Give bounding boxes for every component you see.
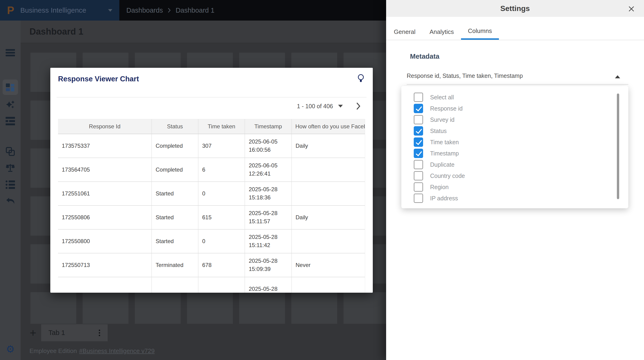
table-cell: Completed (152, 158, 198, 182)
checkbox-checked-icon[interactable] (414, 126, 423, 136)
checkbox-checked-icon[interactable] (414, 138, 423, 147)
table-cell: Started (152, 182, 198, 205)
checkbox-unchecked-icon[interactable] (414, 193, 423, 203)
column-option-survey-id[interactable]: Survey id (401, 114, 628, 125)
skeleton-tile (82, 292, 128, 324)
tab-columns[interactable]: Columns (461, 23, 499, 40)
breadcrumb-dashboard-1[interactable]: Dashboard 1 (176, 6, 214, 14)
table-row: 2025-05-28 (58, 277, 365, 293)
bulleted-list-icon[interactable] (6, 180, 15, 189)
tab-tab1[interactable]: Tab 1 (41, 324, 108, 341)
column-option-country-code[interactable]: Country code (401, 170, 628, 181)
skeleton-tile (187, 292, 233, 324)
report-rows-icon[interactable] (6, 117, 15, 125)
columns-dropdown-popup: Select allResponse idSurvey idStatusTime… (401, 86, 628, 208)
menu-icon[interactable] (6, 49, 15, 57)
checkbox-unchecked-icon[interactable] (414, 171, 423, 180)
table-cell: 2025-05-28 (245, 277, 292, 293)
gear-icon[interactable]: ⚙ (6, 344, 15, 354)
table-row: 172551061Started02025-05-28 15:18:36 (58, 182, 365, 205)
close-icon[interactable] (628, 5, 635, 13)
table-cell: 678 (198, 253, 245, 277)
top-bar: P Business Intelligence Dashboards Dashb… (0, 0, 386, 20)
scales-icon[interactable] (6, 163, 15, 173)
frames-icon[interactable] (6, 147, 15, 156)
table-cell: 2025-06-05 16:00:56 (245, 134, 292, 158)
table-row: 173575337Completed3072025-06-05 16:00:56… (58, 134, 365, 158)
column-option-label: Duplicate (430, 161, 454, 168)
table-cell: 6 (198, 158, 245, 182)
column-option-label: Region (430, 184, 448, 190)
column-option-response-id[interactable]: Response id (401, 103, 628, 114)
table-cell (198, 277, 245, 293)
checkbox-checked-icon[interactable] (414, 149, 423, 158)
add-tab-button[interactable]: + (25, 324, 41, 341)
breadcrumb-chevron-icon (168, 7, 171, 13)
app-root: P Business Intelligence Dashboards Dashb… (0, 0, 644, 360)
modal-title: Response Viewer Chart (58, 75, 139, 83)
column-option-label: Select all (430, 94, 454, 101)
page-title: Dashboard 1 (30, 27, 83, 37)
column-option-duplicate[interactable]: Duplicate (401, 159, 628, 170)
brand-logo-icon: P (7, 5, 14, 16)
table-cell (292, 229, 365, 253)
table-cell: 172550806 (58, 205, 152, 229)
lightbulb-icon[interactable] (357, 74, 364, 83)
tab-label: Tab 1 (48, 329, 65, 337)
next-page-button[interactable] (356, 102, 360, 110)
column-option-select-all[interactable]: Select all (401, 92, 628, 103)
column-option-timestamp[interactable]: Timestamp (401, 148, 628, 159)
table-cell (292, 158, 365, 182)
pagination-caret-icon[interactable] (338, 105, 343, 108)
table-row: 173564705Completed62025-06-05 12:26:41 (58, 158, 365, 182)
product-switcher[interactable]: P Business Intelligence (0, 0, 119, 20)
checkbox-unchecked-icon[interactable] (414, 93, 423, 102)
table-cell: 307 (198, 134, 245, 158)
dashboard-header: Dashboard 1 (20, 20, 386, 43)
checkbox-checked-icon[interactable] (414, 104, 423, 113)
chevron-right-icon (356, 102, 360, 110)
table-row: 172550806Started6152025-05-28 15:11:57Da… (58, 205, 365, 229)
checkbox-unchecked-icon[interactable] (414, 115, 423, 124)
settings-panel: Settings General Analytics Columns Metad… (386, 0, 644, 360)
skeleton-tile (291, 292, 337, 324)
collapse-caret-icon[interactable] (615, 75, 620, 78)
edition-label: Employee Edition (30, 347, 77, 355)
tab-general[interactable]: General (387, 23, 422, 40)
checkbox-unchecked-icon[interactable] (414, 160, 423, 169)
table-cell: 2025-06-05 12:26:41 (245, 158, 292, 182)
tab-menu-icon[interactable] (99, 329, 100, 337)
breadcrumb-dashboards[interactable]: Dashboards (126, 6, 163, 14)
header-cell: Time taken (198, 119, 245, 134)
table-cell: 172550800 (58, 229, 152, 253)
pagination-range[interactable]: 1 - 100 of 406 (297, 103, 333, 110)
scrollbar-thumb[interactable] (617, 94, 619, 199)
undo-icon[interactable] (6, 197, 15, 205)
column-option-ip-address[interactable]: IP address (401, 193, 628, 204)
column-option-region[interactable]: Region (401, 181, 628, 193)
header-cell: Timestamp (245, 119, 292, 134)
table-cell: 0 (198, 182, 245, 205)
table-cell (292, 182, 365, 205)
table-cell: 2025-05-28 15:09:39 (245, 253, 292, 277)
tabs-divider (386, 40, 644, 40)
column-option-time-taken[interactable]: Time taken (401, 137, 628, 148)
checkbox-unchecked-icon[interactable] (414, 182, 423, 192)
table-cell: Terminated (152, 253, 198, 277)
version-link[interactable]: #Business Intelligence v729 (79, 347, 154, 355)
column-options-list: Select allResponse idSurvey idStatusTime… (401, 92, 628, 204)
column-option-status[interactable]: Status (401, 125, 628, 137)
ai-sparkles-icon[interactable] (6, 100, 15, 109)
table-body: 173575337Completed3072025-06-05 16:00:56… (58, 134, 365, 293)
table-cell: Completed (152, 134, 198, 158)
response-viewer-modal: Response Viewer Chart 1 - 100 of 406 Res… (50, 68, 373, 293)
table-cell: Started (152, 205, 198, 229)
metadata-select[interactable]: Response id, Status, Time taken, Timesta… (407, 70, 628, 85)
table-cell: Started (152, 229, 198, 253)
table-cell (292, 277, 365, 293)
settings-tabs: General Analytics Columns (387, 23, 499, 40)
tab-analytics[interactable]: Analytics (422, 23, 461, 40)
dashboards-icon[interactable] (6, 83, 15, 92)
table-cell (152, 277, 198, 293)
table-cell: 0 (198, 229, 245, 253)
